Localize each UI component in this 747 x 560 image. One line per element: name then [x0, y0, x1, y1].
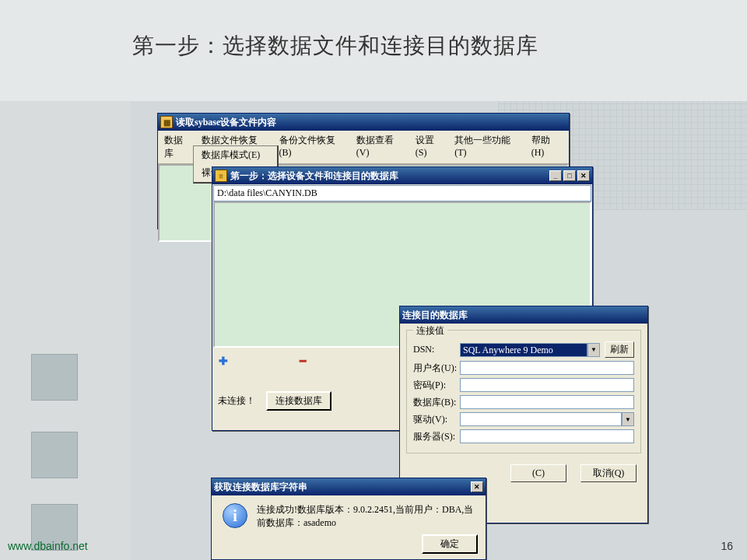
slide-bg-left [0, 101, 131, 560]
server-input[interactable] [460, 429, 634, 443]
refresh-button[interactable]: 刷新 [605, 341, 634, 358]
window-step1-title: 第一步：选择设备文件和连接目的数据库 [230, 170, 398, 183]
minimize-button[interactable]: _ [549, 170, 562, 181]
close-icon[interactable]: ✕ [471, 481, 483, 492]
remove-button[interactable]: ━ [294, 352, 311, 369]
database-input[interactable] [460, 395, 634, 409]
window-connect-titlebar[interactable]: 连接目的数据库 [400, 306, 647, 324]
window-connect-title: 连接目的数据库 [402, 309, 468, 322]
info-icon: i [223, 503, 247, 528]
dropdown-db-mode[interactable]: 数据库模式(E) [194, 146, 277, 164]
add-button[interactable]: ✚ [215, 352, 232, 369]
decor-square-1 [31, 354, 78, 401]
dsn-combo[interactable]: SQL Anywhere 9 Demo ▼ [460, 343, 600, 357]
chevron-down-icon[interactable]: ▼ [622, 412, 634, 426]
groupbox-legend: 连接值 [413, 324, 447, 338]
app-icon: ▦ [160, 116, 173, 128]
slide-title: 第一步：选择数据文件和连接目的数据库 [132, 31, 538, 61]
menu-other[interactable]: 其他一些功能(T) [450, 132, 527, 162]
messagebox-titlebar[interactable]: 获取连接数据库字符串 ✕ [212, 478, 486, 495]
menu-settings[interactable]: 设置(S) [411, 132, 450, 162]
messagebox-text: 连接成功!数据库版本：9.0.2.2451,当前用户：DBA,当前数据库：asa… [257, 503, 478, 530]
file-path-input[interactable] [213, 185, 591, 201]
label-dsn: DSN: [413, 344, 460, 355]
maximize-button[interactable]: □ [563, 170, 576, 181]
label-db: 数据库(B): [413, 396, 460, 409]
label-srv: 服务器(S): [413, 430, 460, 443]
menu-help[interactable]: 帮助(H) [527, 132, 567, 162]
page-number: 16 [721, 540, 733, 552]
connect-groupbox: 连接值 DSN: SQL Anywhere 9 Demo ▼ 刷新 用户名(U)… [406, 330, 641, 453]
status-label: 未连接！ [218, 394, 255, 408]
label-pwd: 密码(P): [413, 379, 460, 392]
window-main-titlebar[interactable]: ▦ 读取sybase设备文件内容 [158, 114, 569, 131]
window-messagebox: 获取连接数据库字符串 ✕ i 连接成功!数据库版本：9.0.2.2451,当前用… [211, 478, 486, 560]
chevron-down-icon[interactable]: ▼ [587, 343, 600, 357]
decor-square-2 [31, 432, 78, 478]
connect-ok-button[interactable]: (C) [510, 464, 566, 482]
step1-icon: ≡ [215, 170, 227, 182]
connect-cancel-button[interactable]: 取消(Q) [580, 464, 637, 482]
close-button[interactable]: ✕ [577, 170, 590, 181]
menu-database[interactable]: 数据库 [160, 132, 197, 162]
footer-url: www.dbainfo.net [8, 540, 88, 552]
user-input[interactable] [460, 361, 634, 375]
window-step1-titlebar[interactable]: ≡ 第一步：选择设备文件和连接目的数据库 _ □ ✕ [212, 167, 592, 184]
password-input[interactable] [460, 378, 634, 392]
messagebox-title: 获取连接数据库字符串 [214, 481, 307, 494]
window-main-title: 读取sybase设备文件内容 [176, 116, 276, 129]
dsn-value: SQL Anywhere 9 Demo [460, 343, 587, 357]
driver-input[interactable] [460, 412, 622, 426]
messagebox-ok-button[interactable]: 确定 [422, 534, 478, 554]
label-user: 用户名(U): [413, 362, 460, 375]
connect-db-button[interactable]: 连接数据库 [266, 391, 331, 411]
menu-data-view[interactable]: 数据查看(V) [352, 132, 411, 162]
menu-backup-recover[interactable]: 备份文件恢复(B) [275, 132, 352, 162]
label-drv: 驱动(V): [413, 413, 460, 426]
driver-combo[interactable]: ▼ [460, 412, 634, 426]
